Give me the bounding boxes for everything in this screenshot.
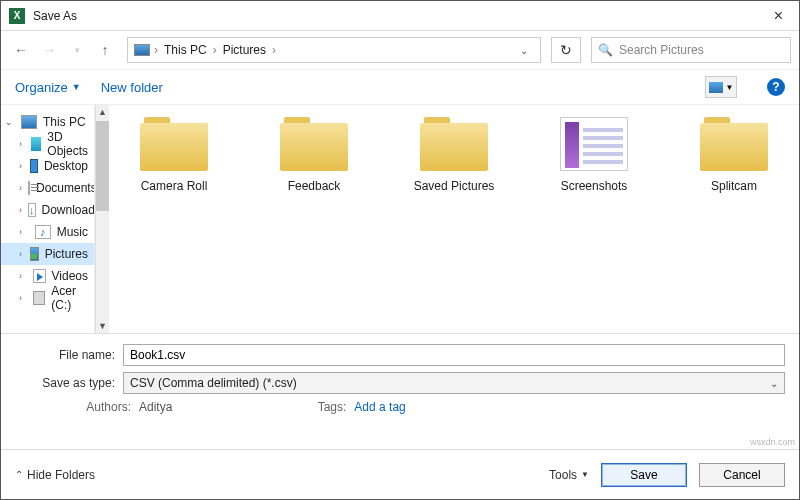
chevron-right-icon: › xyxy=(19,271,27,281)
pictures-icon xyxy=(30,247,39,261)
file-label: Camera Roll xyxy=(141,179,208,193)
address-dropdown[interactable]: ⌄ xyxy=(514,45,534,56)
pc-icon xyxy=(134,44,150,56)
search-icon: 🔍 xyxy=(598,43,613,57)
folder-splitcam[interactable]: Splitcam xyxy=(679,117,789,193)
videos-icon xyxy=(33,269,46,283)
navigation-bar: ← → ▾ ↑ › This PC › Pictures › ⌄ ↻ 🔍 Sea… xyxy=(1,31,799,69)
authors-label: Authors: xyxy=(85,400,131,414)
breadcrumb-pictures[interactable]: Pictures xyxy=(221,43,268,57)
tree-item-label: Desktop xyxy=(44,159,88,173)
chevron-down-icon: ▼ xyxy=(581,470,589,479)
file-name-input[interactable] xyxy=(123,344,785,366)
scroll-thumb[interactable] xyxy=(96,121,109,211)
folder-icon xyxy=(140,117,208,171)
tags-value[interactable]: Add a tag xyxy=(354,400,405,414)
hide-folders-label: Hide Folders xyxy=(27,468,95,482)
tree-item-acer-c[interactable]: › Acer (C:) xyxy=(1,287,94,309)
excel-app-icon: X xyxy=(9,8,25,24)
tree-item-label: Pictures xyxy=(45,247,88,261)
recent-locations-button[interactable]: ▾ xyxy=(65,38,89,62)
save-as-type-label: Save as type: xyxy=(15,376,115,390)
folder-icon xyxy=(700,117,768,171)
tree-item-label: Acer (C:) xyxy=(51,284,88,312)
file-label: Saved Pictures xyxy=(414,179,495,193)
tree-item-downloads[interactable]: › ↓ Downloads xyxy=(1,199,94,221)
chevron-down-icon: ▼ xyxy=(72,82,81,92)
breadcrumb-this-pc[interactable]: This PC xyxy=(162,43,209,57)
3d-objects-icon xyxy=(31,137,41,151)
save-as-type-value: CSV (Comma delimited) (*.csv) xyxy=(130,376,297,390)
file-label: Feedback xyxy=(288,179,341,193)
chevron-right-icon: › xyxy=(272,43,276,57)
folder-icon xyxy=(420,117,488,171)
picture-icon xyxy=(709,82,723,93)
organize-button[interactable]: Organize ▼ xyxy=(15,80,81,95)
save-as-type-dropdown[interactable]: CSV (Comma delimited) (*.csv) ⌄ xyxy=(123,372,785,394)
new-folder-label: New folder xyxy=(101,80,163,95)
chevron-right-icon: › xyxy=(19,205,22,215)
address-bar[interactable]: › This PC › Pictures › ⌄ xyxy=(127,37,541,63)
chevron-down-icon: ▼ xyxy=(726,83,734,92)
chevron-right-icon: › xyxy=(19,227,29,237)
toolbar: Organize ▼ New folder ▼ ? xyxy=(1,69,799,105)
save-form: File name: Save as type: CSV (Comma deli… xyxy=(1,333,799,418)
downloads-icon: ↓ xyxy=(28,203,36,217)
chevron-right-icon: › xyxy=(213,43,217,57)
up-button[interactable]: ↑ xyxy=(93,38,117,62)
search-input[interactable]: 🔍 Search Pictures xyxy=(591,37,791,63)
tools-label: Tools xyxy=(549,468,577,482)
chevron-right-icon: › xyxy=(19,161,24,171)
tree-item-desktop[interactable]: › Desktop xyxy=(1,155,94,177)
tree-item-label: Documents xyxy=(36,181,95,195)
forward-button[interactable]: → xyxy=(37,38,61,62)
chevron-right-icon: › xyxy=(19,183,22,193)
tree-item-label: Music xyxy=(57,225,88,239)
scroll-down-icon[interactable]: ▼ xyxy=(98,321,107,331)
back-button[interactable]: ← xyxy=(9,38,33,62)
tree-item-label: 3D Objects xyxy=(47,130,88,158)
tags-label: Tags: xyxy=(300,400,346,414)
titlebar: X Save As × xyxy=(1,1,799,31)
watermark: wsxdn.com xyxy=(750,437,795,447)
tree-item-label: Downloads xyxy=(42,203,96,217)
tools-dropdown[interactable]: Tools ▼ xyxy=(549,468,589,482)
tree-scrollbar[interactable]: ▲ ▼ xyxy=(95,105,109,333)
new-folder-button[interactable]: New folder xyxy=(101,80,163,95)
window-title: Save As xyxy=(33,9,77,23)
chevron-right-icon: › xyxy=(154,43,158,57)
save-button[interactable]: Save xyxy=(601,463,687,487)
organize-label: Organize xyxy=(15,80,68,95)
file-label: Screenshots xyxy=(561,179,628,193)
refresh-button[interactable]: ↻ xyxy=(551,37,581,63)
tree-item-documents[interactable]: › Documents xyxy=(1,177,94,199)
view-options-button[interactable]: ▼ xyxy=(705,76,737,98)
folder-thumbnail-icon xyxy=(560,117,628,171)
folder-screenshots[interactable]: Screenshots xyxy=(539,117,649,193)
tree-item-3d-objects[interactable]: › 3D Objects xyxy=(1,133,94,155)
scroll-up-icon[interactable]: ▲ xyxy=(98,107,107,117)
folder-saved-pictures[interactable]: Saved Pictures xyxy=(399,117,509,193)
folder-camera-roll[interactable]: Camera Roll xyxy=(119,117,229,193)
chevron-right-icon: › xyxy=(19,293,27,303)
close-button[interactable]: × xyxy=(766,7,791,25)
file-name-label: File name: xyxy=(15,348,115,362)
hide-folders-button[interactable]: ⌃ Hide Folders xyxy=(15,468,95,482)
chevron-down-icon: ⌄ xyxy=(5,117,15,127)
drive-icon xyxy=(33,291,46,305)
tree-item-music[interactable]: › ♪ Music xyxy=(1,221,94,243)
tree-item-label: Videos xyxy=(52,269,88,283)
authors-value[interactable]: Aditya xyxy=(139,400,172,414)
help-button[interactable]: ? xyxy=(767,78,785,96)
folder-icon xyxy=(280,117,348,171)
file-label: Splitcam xyxy=(711,179,757,193)
chevron-up-icon: ⌃ xyxy=(15,469,23,480)
pc-icon xyxy=(21,115,37,129)
tree-item-pictures[interactable]: › Pictures xyxy=(1,243,94,265)
chevron-right-icon: › xyxy=(19,139,25,149)
cancel-button[interactable]: Cancel xyxy=(699,463,785,487)
folder-feedback[interactable]: Feedback xyxy=(259,117,369,193)
footer: ⌃ Hide Folders Tools ▼ Save Cancel xyxy=(1,449,799,499)
file-list: Camera Roll Feedback Saved Pictures Scre… xyxy=(109,105,799,333)
navigation-tree: ⌄ This PC › 3D Objects › Desktop › Docum… xyxy=(1,105,95,333)
